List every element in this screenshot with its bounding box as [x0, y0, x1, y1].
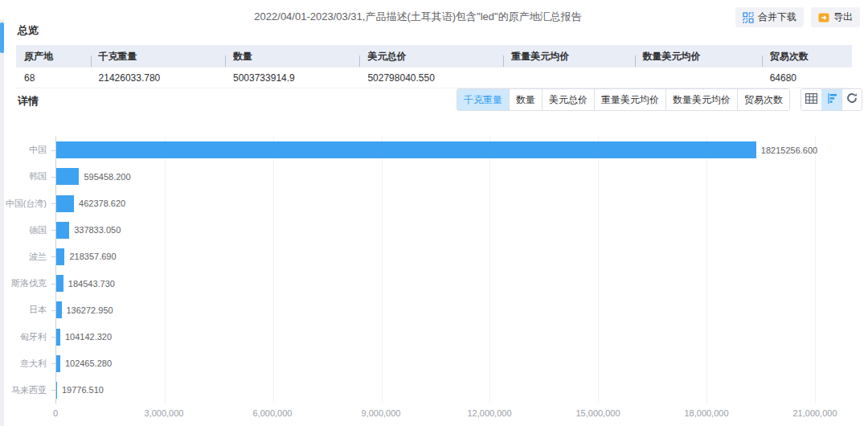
x-tick-label: 12,000,000 [467, 408, 511, 418]
bar[interactable] [56, 248, 64, 265]
bar-row: 136272.950 [56, 297, 863, 323]
column-header: 数量美元均价 [635, 50, 762, 63]
bar[interactable] [56, 168, 79, 185]
export-label: 导出 [833, 10, 853, 24]
merge-download-icon [743, 12, 754, 23]
column-header: 美元总价 [359, 50, 503, 63]
view-switcher [800, 88, 862, 111]
bar[interactable] [56, 275, 63, 292]
bar-row: 19776.510 [56, 377, 863, 403]
category-label: 韩国 [0, 163, 47, 190]
details-section-label: 详情 [18, 94, 39, 109]
column-header: 贸易次数 [762, 50, 852, 63]
x-tick-label: 21,000,000 [792, 408, 837, 418]
chart-plot: 18215256.600595458.200462378.620337833.0… [55, 137, 815, 403]
bar-row: 595458.200 [56, 163, 863, 190]
export-button[interactable]: 导出 [811, 7, 860, 27]
overview-section-label: 总览 [18, 23, 39, 38]
bar[interactable] [56, 355, 60, 372]
metric-tab[interactable]: 数量美元均价 [665, 89, 737, 110]
overview-table-row: 6821426033.7805003733914.9502798040.5506… [16, 68, 852, 88]
bar[interactable] [56, 329, 60, 346]
metric-tab[interactable]: 重量美元均价 [594, 89, 665, 110]
bar-value-label: 102465.280 [65, 358, 112, 368]
category-label: 匈牙利 [0, 323, 47, 350]
category-label: 意大利 [0, 350, 47, 377]
page-title: 2022/04/01-2023/03/31,产品描述(土耳其语)包含"led"的… [96, 10, 739, 24]
table-cell: 502798040.550 [359, 72, 503, 84]
bar-value-label: 462378.620 [79, 199, 125, 208]
category-label: 中国(台湾) [0, 190, 47, 216]
bar-value-label: 184543.730 [68, 279, 115, 289]
bar-row: 184543.730 [56, 270, 863, 297]
column-header: 数量 [225, 50, 359, 63]
bar-chart-icon [826, 92, 837, 107]
overview-table-header-row: 原产地千克重量数量美元总价重量美元均价数量美元均价贸易次数 [16, 45, 852, 68]
header-toolbar: 合并下载 导出 [735, 7, 860, 27]
column-header: 原产地 [16, 50, 91, 63]
bar-row: 218357.690 [56, 244, 863, 270]
chart-bar-rows: 18215256.600595458.200462378.620337833.0… [56, 137, 863, 403]
x-tick-label: 0 [53, 408, 58, 418]
metric-tab[interactable]: 美元总价 [542, 89, 594, 110]
merge-download-label: 合并下载 [758, 10, 796, 24]
bar-row: 337833.050 [56, 217, 863, 244]
merge-download-button[interactable]: 合并下载 [735, 7, 804, 27]
bar[interactable] [56, 141, 756, 158]
table-view-button[interactable] [801, 89, 821, 110]
table-cell: 5003733914.9 [225, 72, 359, 84]
chart-category-axis: 中国韩国中国(台湾)德国波兰斯洛伐克日本匈牙利意大利马来西亚 [0, 137, 47, 403]
category-label: 德国 [0, 217, 47, 244]
table-cell: 21426033.780 [91, 72, 225, 84]
bar-value-label: 337833.050 [74, 225, 121, 235]
column-header: 重量美元均价 [503, 50, 634, 63]
origin-bar-chart: 中国韩国中国(台湾)德国波兰斯洛伐克日本匈牙利意大利马来西亚 18215256.… [0, 137, 868, 426]
metric-tab[interactable]: 数量 [509, 89, 542, 110]
x-tick-label: 3,000,000 [145, 408, 184, 418]
bar[interactable] [56, 382, 57, 399]
bar-value-label: 104142.320 [65, 332, 112, 342]
refresh-button[interactable] [841, 89, 862, 110]
x-tick-label: 6,000,000 [253, 408, 293, 418]
table-cell: 68 [16, 72, 91, 84]
bar[interactable] [56, 222, 69, 239]
category-label: 日本 [0, 297, 47, 323]
metric-tab[interactable]: 贸易次数 [737, 89, 789, 110]
chart-x-axis: 03,000,0006,000,0009,000,00012,000,00015… [55, 408, 815, 421]
metric-tabs: 千克重量数量美元总价重量美元均价数量美元均价贸易次数 [457, 88, 790, 111]
bar-value-label: 19776.510 [62, 385, 104, 395]
bar-value-label: 218357.690 [69, 252, 116, 261]
category-label: 波兰 [0, 244, 47, 270]
category-label: 马来西亚 [0, 377, 47, 403]
category-label: 中国 [0, 137, 47, 163]
x-tick-label: 15,000,000 [575, 408, 620, 418]
bar[interactable] [56, 195, 74, 212]
bar-row: 102465.280 [56, 350, 863, 377]
bar-chart-view-button[interactable] [821, 89, 841, 110]
bar-row: 104142.320 [56, 323, 863, 350]
bar-value-label: 595458.200 [84, 172, 130, 182]
left-scrollbar-thumb[interactable] [0, 23, 4, 53]
bar-row: 462378.620 [56, 190, 863, 216]
category-label: 斯洛伐克 [0, 270, 47, 297]
table-icon [805, 92, 817, 107]
bar[interactable] [56, 301, 62, 318]
export-icon [818, 12, 829, 23]
x-tick-label: 18,000,000 [684, 408, 728, 418]
overview-table: 原产地千克重量数量美元总价重量美元均价数量美元均价贸易次数 6821426033… [16, 45, 852, 88]
table-cell: 64680 [762, 72, 852, 84]
metric-tab[interactable]: 千克重量 [457, 89, 509, 110]
bar-value-label: 136272.950 [67, 305, 113, 315]
x-tick-label: 9,000,000 [362, 408, 401, 418]
bar-row: 18215256.600 [56, 137, 863, 163]
bar-value-label: 18215256.600 [761, 145, 817, 155]
refresh-icon [846, 92, 858, 107]
column-header: 千克重量 [91, 50, 225, 63]
